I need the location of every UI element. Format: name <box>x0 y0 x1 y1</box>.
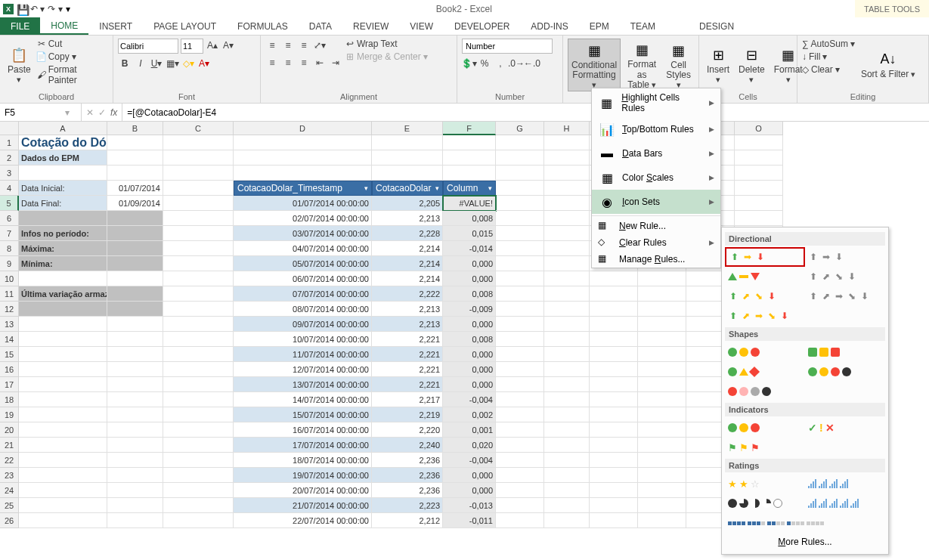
cell[interactable] <box>163 407 234 422</box>
row-header[interactable]: 15 <box>0 347 19 362</box>
tab-page-layout[interactable]: PAGE LAYOUT <box>143 17 227 35</box>
percent-icon[interactable]: % <box>478 57 491 70</box>
cell[interactable] <box>496 181 544 196</box>
cell[interactable] <box>496 150 544 166</box>
cell[interactable] <box>107 407 163 422</box>
cell[interactable]: 2,205 <box>372 196 443 211</box>
cell[interactable] <box>544 286 590 302</box>
cell[interactable] <box>544 362 590 377</box>
cell[interactable] <box>544 438 590 453</box>
cell[interactable] <box>163 438 234 453</box>
cell[interactable] <box>544 347 590 362</box>
bold-button[interactable]: B <box>118 57 132 70</box>
cell[interactable] <box>590 286 638 302</box>
iconset-4traffic[interactable] <box>805 362 885 382</box>
tab-file[interactable]: FILE <box>0 17 40 35</box>
cell[interactable]: 2,221 <box>372 347 443 362</box>
cell[interactable] <box>19 377 107 392</box>
cell[interactable]: 2,214 <box>372 256 443 271</box>
cell[interactable]: 0,000 <box>443 347 496 362</box>
cell[interactable]: 2,212 <box>372 513 443 528</box>
cell[interactable] <box>107 286 163 302</box>
iconset-3stars[interactable]: ★★☆ <box>725 474 805 493</box>
row-header[interactable]: 11 <box>0 286 19 302</box>
cell[interactable]: 2,221 <box>372 332 443 347</box>
col-header-G[interactable]: G <box>496 122 544 135</box>
cell[interactable] <box>544 241 590 256</box>
fill-color-button[interactable]: ◇▾ <box>181 57 195 70</box>
cell[interactable] <box>163 256 234 271</box>
row-header[interactable]: 3 <box>0 166 19 181</box>
font-name-combo[interactable] <box>118 39 178 54</box>
cell[interactable] <box>19 392 107 407</box>
cell[interactable]: 01/07/2014 00:00:00 <box>234 196 372 211</box>
cell[interactable]: 2,222 <box>372 286 443 302</box>
align-middle-icon[interactable]: ≡ <box>281 39 295 52</box>
cell[interactable] <box>590 377 638 392</box>
cell[interactable]: -0,009 <box>443 302 496 317</box>
cell[interactable] <box>163 392 234 407</box>
row-header[interactable]: 26 <box>0 513 19 528</box>
cell[interactable] <box>163 317 234 332</box>
cell[interactable] <box>163 377 234 392</box>
cell[interactable] <box>638 468 686 483</box>
cell[interactable] <box>107 135 163 150</box>
cell[interactable] <box>544 196 590 211</box>
cell[interactable] <box>19 513 107 528</box>
cell[interactable]: 2,213 <box>372 317 443 332</box>
align-top-icon[interactable]: ≡ <box>265 39 279 52</box>
iconset-4arrows-gray[interactable]: ⬆⬈⬊⬇ <box>805 267 885 286</box>
tab-insert[interactable]: INSERT <box>88 17 143 35</box>
cell[interactable]: CotacaoDolar▾ <box>372 181 443 196</box>
cell[interactable]: 0,015 <box>443 226 496 241</box>
cell[interactable] <box>638 453 686 468</box>
cell[interactable] <box>372 166 443 181</box>
shrink-font-icon[interactable]: A▾ <box>221 39 235 52</box>
iconset-3traffic2[interactable] <box>805 342 885 362</box>
cell[interactable] <box>19 362 107 377</box>
cell[interactable] <box>638 332 686 347</box>
cell[interactable] <box>107 453 163 468</box>
cell[interactable] <box>496 196 544 211</box>
cell[interactable] <box>163 135 234 150</box>
cell[interactable] <box>19 332 107 347</box>
cell[interactable]: 0,020 <box>443 438 496 453</box>
cell[interactable]: 0,000 <box>443 256 496 271</box>
cell[interactable]: #VALUE! <box>443 196 496 211</box>
cell[interactable] <box>496 483 544 498</box>
cell[interactable] <box>107 377 163 392</box>
iconset-4arrows-colored[interactable]: ⬆⬈⬊⬇ <box>725 286 805 306</box>
cell[interactable]: 11/07/2014 00:00:00 <box>234 347 372 362</box>
cell[interactable] <box>234 150 372 166</box>
cell[interactable] <box>590 468 638 483</box>
cell[interactable]: -0,014 <box>443 241 496 256</box>
cell[interactable]: -0,004 <box>443 392 496 407</box>
cell[interactable] <box>107 211 163 226</box>
cell[interactable]: -0,011 <box>443 513 496 528</box>
cell[interactable]: 2,236 <box>372 483 443 498</box>
row-header[interactable]: 16 <box>0 362 19 377</box>
iconset-5boxes[interactable] <box>725 513 805 533</box>
qat-customize-icon[interactable]: ▾ <box>66 4 70 14</box>
cell[interactable] <box>163 453 234 468</box>
iconset-5ratings-bars[interactable] <box>805 493 885 513</box>
cell[interactable] <box>107 483 163 498</box>
cell[interactable] <box>234 166 372 181</box>
cell[interactable] <box>496 377 544 392</box>
row-header[interactable]: 12 <box>0 302 19 317</box>
iconset-4ratings-bars[interactable] <box>805 474 885 493</box>
cell[interactable]: 15/07/2014 00:00:00 <box>234 407 372 422</box>
comma-icon[interactable]: , <box>494 57 507 70</box>
cell[interactable]: 2,214 <box>372 241 443 256</box>
cell[interactable]: 12/07/2014 00:00:00 <box>234 362 372 377</box>
iconset-3arrows-gray[interactable]: ⬆➡⬇ <box>805 247 885 267</box>
cell[interactable] <box>544 150 590 166</box>
col-header-H[interactable]: H <box>544 122 590 135</box>
cell[interactable] <box>496 256 544 271</box>
cell[interactable] <box>496 422 544 438</box>
cf-icon-sets[interactable]: ◉Icon Sets▶ <box>592 190 720 214</box>
cell[interactable]: 2,240 <box>372 438 443 453</box>
col-header-O[interactable]: O <box>735 122 783 135</box>
paste-button[interactable]: 📋Paste▾ <box>5 39 34 91</box>
cell[interactable] <box>496 271 544 286</box>
